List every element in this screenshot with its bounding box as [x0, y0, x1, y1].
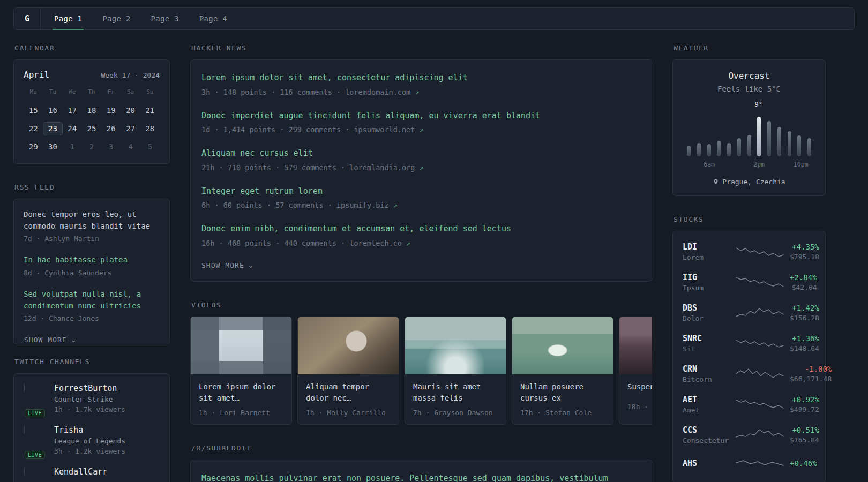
hn-item-meta: 6h · 60 points · 57 comments · ipsumify.… — [201, 201, 641, 209]
calendar-day: 1 — [63, 140, 82, 154]
calendar-day: 4 — [121, 140, 140, 154]
rss-item[interactable]: In hac habitasse platea 8d · Cynthia Sau… — [24, 254, 160, 277]
video-card[interactable]: Suspendisse diam 18h · Tara — [619, 317, 652, 425]
external-link-icon: ↗ — [415, 88, 419, 96]
stock-symbol: IIG — [683, 273, 730, 282]
calendar-day-header: Fr — [101, 88, 121, 95]
twitch-widget: TWITCH CHANNELS LIVE ForrestBurton Count… — [13, 358, 170, 482]
subreddit-card: Maecenas mollis pulvinar erat non posuer… — [190, 460, 652, 482]
weather-bar — [707, 144, 711, 156]
subreddit-post-title[interactable]: Maecenas mollis pulvinar erat non posuer… — [201, 472, 641, 482]
stock-row[interactable]: DBS Dolor +1.42% $156.28 — [683, 303, 815, 322]
stock-name: Bitcorn — [683, 375, 730, 383]
rss-item-title: In hac habitasse platea — [24, 254, 160, 266]
weather-bar — [687, 146, 691, 156]
stock-sparkline — [735, 244, 784, 260]
avatar — [24, 425, 25, 434]
rss-item-meta: 12d · Chance Jones — [24, 314, 160, 322]
calendar-day-header: Sa — [121, 88, 140, 95]
dashboard-page: G Page 1 Page 2 Page 3 Page 4 CALENDAR A… — [0, 0, 868, 482]
weather-bar — [697, 143, 701, 156]
twitch-card: LIVE ForrestBurton Counter-Strike 1h · 1… — [13, 373, 170, 482]
rss-item[interactable]: Sed volutpat nulla nisl, a condimentum n… — [24, 289, 160, 322]
weather-condition: Overcast — [683, 71, 815, 81]
stock-row[interactable]: IIG Ipsum +2.84% $42.04 — [683, 273, 815, 292]
video-card[interactable]: Aliquam tempor dolor nec pharetra… 1h · … — [297, 317, 399, 425]
stock-symbol: SNRC — [683, 334, 730, 343]
hn-item-title: Integer eget rutrum lorem — [201, 185, 641, 198]
stock-symbol: CRN — [683, 364, 730, 374]
stock-symbol: AET — [683, 395, 730, 404]
hn-item-meta: 16h · 468 points · 440 comments · loremt… — [201, 239, 641, 247]
stock-name: Sit — [683, 345, 730, 353]
avatar — [24, 383, 25, 393]
tab-page-4[interactable]: Page 4 — [189, 8, 237, 29]
rss-show-more[interactable]: SHOW MORE ⌄ — [24, 336, 170, 344]
hn-item[interactable]: Aliquam nec cursus elit 21h · 710 points… — [201, 147, 641, 172]
weather-bar — [737, 138, 741, 156]
weather-section-title: WEATHER — [674, 44, 826, 52]
calendar-section-title: CALENDAR — [14, 44, 170, 52]
stock-change: +0.46% — [790, 459, 817, 468]
twitch-channel[interactable]: KendallCarr — [24, 467, 160, 479]
weather-time-2pm: 2pm — [753, 161, 765, 168]
stock-row[interactable]: SNRC Sit +1.36% $148.64 — [683, 334, 815, 353]
calendar-header: April Week 17 · 2024 — [24, 70, 160, 80]
rss-item-title: Sed volutpat nulla nisl, a condimentum n… — [24, 289, 160, 312]
video-thumbnail — [512, 317, 613, 374]
video-meta: 18h · Tara — [619, 398, 652, 418]
calendar-card: April Week 17 · 2024 MoTuWeThFrSaSu 1516… — [13, 59, 170, 164]
stock-row[interactable]: AET Amet +0.92% $499.72 — [683, 395, 815, 414]
calendar-day: 15 — [24, 104, 43, 117]
stock-sparkline — [735, 427, 784, 443]
weather-bar — [767, 121, 771, 156]
tab-page-1[interactable]: Page 1 — [44, 8, 92, 29]
weather-bar-chart — [686, 111, 812, 156]
hn-show-more[interactable]: SHOW MORE ⌄ — [201, 261, 641, 269]
stock-row[interactable]: CCS Consectetur +0.51% $165.84 — [683, 425, 815, 445]
tab-page-3[interactable]: Page 3 — [141, 8, 189, 29]
hn-item[interactable]: Lorem ipsum dolor sit amet, consectetur … — [201, 72, 641, 96]
twitch-channel[interactable]: LIVE ForrestBurton Counter-Strike 1h · 1… — [24, 383, 160, 413]
video-meta: 7h · Grayson Dawson — [405, 404, 506, 424]
video-card[interactable]: Lorem ipsum dolor sit amet consectetu… 1… — [190, 317, 292, 425]
weather-temp-label: 9° — [754, 101, 762, 108]
stock-row[interactable]: AHS +0.46% — [683, 456, 815, 472]
stock-row[interactable]: CRN Bitcorn -1.00% $66,171.48 — [683, 364, 815, 383]
hn-item-domain[interactable]: ipsumworld.net — [354, 125, 415, 134]
hn-item-domain[interactable]: ipsumify.biz — [336, 201, 389, 209]
video-meta: 1h · Molly Carrillo — [298, 404, 399, 424]
stock-sparkline — [735, 305, 784, 321]
tab-page-2[interactable]: Page 2 — [92, 8, 140, 29]
weather-bar — [747, 135, 751, 156]
stock-change: +0.92% — [790, 395, 819, 404]
twitch-channel[interactable]: LIVE Trisha League of Legends 3h · 1.2k … — [24, 425, 160, 455]
stock-price: $156.28 — [790, 314, 819, 322]
app-logo[interactable]: G — [14, 8, 41, 29]
dashboard-columns: CALENDAR April Week 17 · 2024 MoTuWeThFr… — [13, 44, 855, 482]
stock-sparkline — [735, 335, 784, 351]
hn-list: Lorem ipsum dolor sit amet, consectetur … — [201, 72, 641, 247]
twitch-channel-category: League of Legends — [54, 437, 125, 445]
weather-time-6am: 6am — [704, 161, 715, 168]
twitch-channel-name: ForrestBurton — [54, 383, 125, 393]
right-column: WEATHER Overcast Feels like 5°C 9° 6am 2… — [672, 44, 826, 482]
video-card[interactable]: Mauris sit amet massa felis 7h · Grayson… — [405, 317, 506, 425]
calendar-day: 23 — [43, 122, 62, 135]
hn-item-domain[interactable]: loremlandia.org — [349, 163, 415, 172]
stock-row[interactable]: LDI Lorem +4.35% $795.18 — [683, 242, 815, 261]
hn-item[interactable]: Donec enim nibh, condimentum et accumsan… — [201, 223, 641, 247]
hn-item[interactable]: Integer eget rutrum lorem 6h · 60 points… — [201, 185, 641, 210]
hn-item-domain[interactable]: loremdomain.com — [345, 88, 410, 96]
hn-item[interactable]: Donec imperdiet augue tincidunt felis al… — [201, 110, 641, 134]
rss-card: Donec tempor eros leo, ut commodo mauris… — [13, 199, 170, 344]
middle-column: HACKER NEWS Lorem ipsum dolor sit amet, … — [190, 44, 652, 482]
hn-item-title: Lorem ipsum dolor sit amet, consectetur … — [201, 72, 641, 84]
location-pin-icon — [713, 178, 719, 185]
video-thumbnail — [191, 317, 291, 374]
video-card[interactable]: Nullam posuere cursus ex 17h · Stefan Co… — [512, 317, 613, 425]
rss-widget: RSS FEED Donec tempor eros leo, ut commo… — [13, 183, 170, 344]
hn-card: Lorem ipsum dolor sit amet, consectetur … — [190, 59, 652, 282]
rss-item[interactable]: Donec tempor eros leo, ut commodo mauris… — [24, 209, 160, 243]
hn-item-domain[interactable]: loremtech.co — [349, 239, 402, 247]
